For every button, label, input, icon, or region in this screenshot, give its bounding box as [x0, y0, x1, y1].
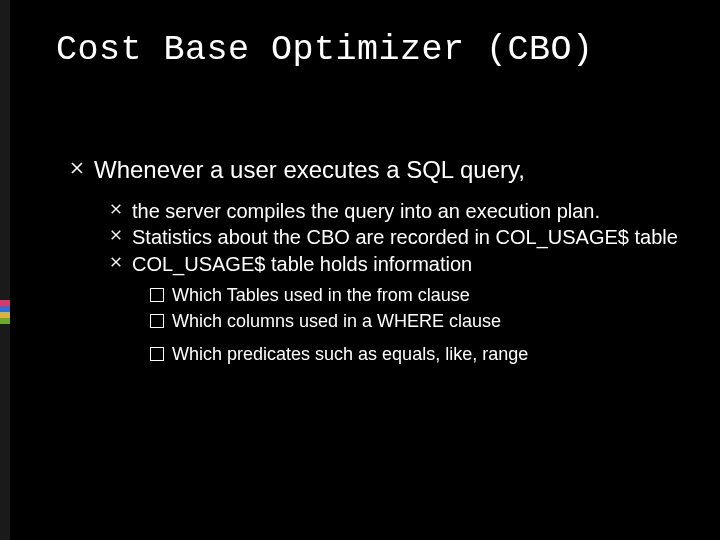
bullet-lvl3: Which columns used in a WHERE clause [150, 310, 680, 333]
slide-body: Whenever a user executes a SQL query, th… [70, 155, 680, 368]
x-bullet-icon [110, 229, 122, 241]
bullet-lvl3-text: Which Tables used in the from clause [172, 285, 470, 305]
rail-accent-strip [0, 300, 10, 324]
square-bullet-icon [150, 314, 164, 328]
rail-seg-4 [0, 318, 10, 324]
bullet-lvl2: the server compiles the query into an ex… [110, 199, 680, 223]
lvl3-group: Which Tables used in the from clause Whi… [150, 284, 680, 366]
bullet-lvl3-text: Which predicates such as equals, like, r… [172, 344, 528, 364]
bullet-lvl2-text: Statistics about the CBO are recorded in… [132, 226, 678, 248]
bullet-lvl2-text: the server compiles the query into an ex… [132, 200, 600, 222]
left-rail [0, 0, 10, 540]
x-bullet-icon [110, 256, 122, 268]
bullet-lvl1-text: Whenever a user executes a SQL query, [94, 156, 525, 183]
slide-title: Cost Base Optimizer (CBO) [56, 30, 594, 70]
bullet-lvl2: COL_USAGE$ table holds information [110, 252, 680, 276]
bullet-lvl3: Which Tables used in the from clause [150, 284, 680, 307]
bullet-lvl2: Statistics about the CBO are recorded in… [110, 225, 680, 249]
x-bullet-icon [110, 203, 122, 215]
x-bullet-icon [70, 161, 84, 175]
bullet-lvl2-text: COL_USAGE$ table holds information [132, 253, 472, 275]
bullet-lvl1: Whenever a user executes a SQL query, [70, 155, 680, 185]
slide: Cost Base Optimizer (CBO) Whenever a use… [0, 0, 720, 540]
bullet-lvl3-text: Which columns used in a WHERE clause [172, 311, 501, 331]
square-bullet-icon [150, 288, 164, 302]
lvl2-group: the server compiles the query into an ex… [110, 199, 680, 366]
square-bullet-icon [150, 347, 164, 361]
bullet-lvl3: Which predicates such as equals, like, r… [150, 343, 680, 366]
